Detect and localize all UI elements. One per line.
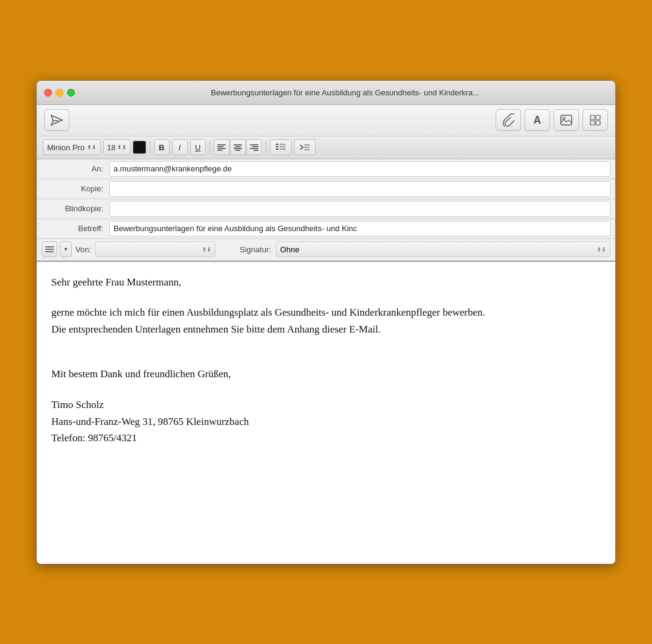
underline-button[interactable]: U — [190, 139, 206, 155]
font-button[interactable]: A — [525, 109, 550, 131]
signature-value: Ohne — [280, 245, 299, 254]
from-left: ▼ — [42, 241, 72, 257]
from-selector[interactable]: ⬆⬇ — [95, 241, 216, 257]
minimize-button[interactable] — [56, 89, 63, 97]
toolbar-right: A — [496, 109, 608, 131]
italic-button[interactable]: I — [172, 139, 188, 155]
toolbar-left — [44, 109, 69, 131]
text-color-button[interactable] — [133, 141, 146, 154]
svg-rect-2 — [561, 115, 572, 125]
to-input[interactable] — [109, 161, 610, 177]
divider3 — [266, 141, 266, 154]
font-icon: A — [534, 114, 542, 127]
from-dropdown-button[interactable]: ▼ — [60, 241, 72, 257]
mail-compose-window: Bewerbungsunterlagen für eine Ausbildung… — [36, 80, 616, 564]
body-paragraph1: gerne möchte ich mich für einen Ausbildu… — [51, 304, 601, 320]
bold-button[interactable]: B — [154, 139, 170, 155]
bcc-input[interactable] — [109, 201, 610, 217]
window-title: Bewerbungsunterlagen für eine Ausbildung… — [82, 88, 608, 97]
sender-address: Hans-und-Franz-Weg 31, 98765 Kleinwurzba… — [51, 413, 601, 430]
traffic-lights — [44, 89, 75, 97]
cc-row: Kopie: — [37, 179, 615, 199]
grid-button[interactable] — [583, 109, 608, 131]
align-left-button[interactable] — [214, 139, 229, 155]
alignment-group — [214, 139, 262, 155]
send-button[interactable] — [44, 109, 69, 131]
bcc-row: Blindkopie: — [37, 199, 615, 219]
from-row: ▼ Von: ⬆⬇ Signatur: Ohne ⬆⬇ — [37, 239, 615, 261]
align-right-button[interactable] — [246, 139, 262, 155]
greeting-line: Sehr geehrte Frau Mustermann, — [51, 274, 601, 290]
svg-rect-6 — [590, 121, 595, 125]
to-label: An: — [37, 164, 109, 173]
spacer1 — [51, 290, 601, 305]
main-toolbar: A — [37, 105, 615, 136]
subject-input[interactable] — [109, 221, 610, 237]
subject-label: Betreff: — [37, 224, 109, 233]
svg-rect-7 — [596, 121, 600, 125]
indent-button[interactable] — [294, 139, 316, 155]
svg-rect-5 — [596, 115, 600, 120]
from-icon-button[interactable] — [42, 241, 57, 257]
list-button[interactable] — [270, 139, 292, 155]
sender-name: Timo Scholz — [51, 397, 601, 413]
divider2 — [209, 141, 210, 154]
font-selector-arrow: ⬆⬇ — [87, 144, 97, 150]
from-select-arrow: ⬆⬇ — [202, 246, 211, 253]
body-paragraph2: Die entsprechenden Unterlagen entnehmen … — [51, 321, 601, 337]
from-label: Von: — [75, 245, 91, 254]
signature-selector[interactable]: Ohne ⬆⬇ — [276, 241, 610, 257]
align-center-button[interactable] — [230, 139, 246, 155]
photo-button[interactable] — [554, 109, 579, 131]
format-bar: Minion Pro ⬆⬇ 18 ⬆⬇ B I U — [37, 136, 615, 159]
signature-select-arrow: ⬆⬇ — [596, 246, 606, 253]
close-button[interactable] — [44, 89, 52, 97]
font-size-selector[interactable]: 18 ⬆⬇ — [103, 139, 130, 155]
svg-marker-0 — [51, 115, 62, 125]
size-arrow: ⬆⬇ — [117, 144, 127, 150]
attach-button[interactable] — [496, 109, 521, 131]
divider1 — [150, 141, 150, 154]
sender-phone: Telefon: 98765/4321 — [51, 430, 601, 446]
closing-line: Mit bestem Dank und freundlichen Grüßen, — [51, 366, 601, 382]
font-selector[interactable]: Minion Pro ⬆⬇ — [43, 139, 101, 155]
maximize-button[interactable] — [67, 89, 75, 97]
email-header: An: Kopie: Blindkopie: Betreff: ▼ Von: — [37, 159, 615, 262]
signature-label: Signatur: — [240, 245, 271, 254]
cc-label: Kopie: — [37, 184, 109, 193]
mail-body[interactable]: Sehr geehrte Frau Mustermann, gerne möch… — [37, 262, 615, 564]
subject-row: Betreff: — [37, 219, 615, 239]
font-name-label: Minion Pro — [47, 143, 85, 152]
to-row: An: — [37, 159, 615, 179]
cc-input[interactable] — [109, 181, 610, 197]
titlebar: Bewerbungsunterlagen für eine Ausbildung… — [37, 81, 615, 105]
font-size-label: 18 — [107, 143, 115, 152]
bcc-label: Blindkopie: — [37, 204, 109, 213]
spacer3 — [51, 383, 601, 397]
svg-rect-4 — [590, 115, 595, 120]
spacer2 — [51, 337, 601, 366]
